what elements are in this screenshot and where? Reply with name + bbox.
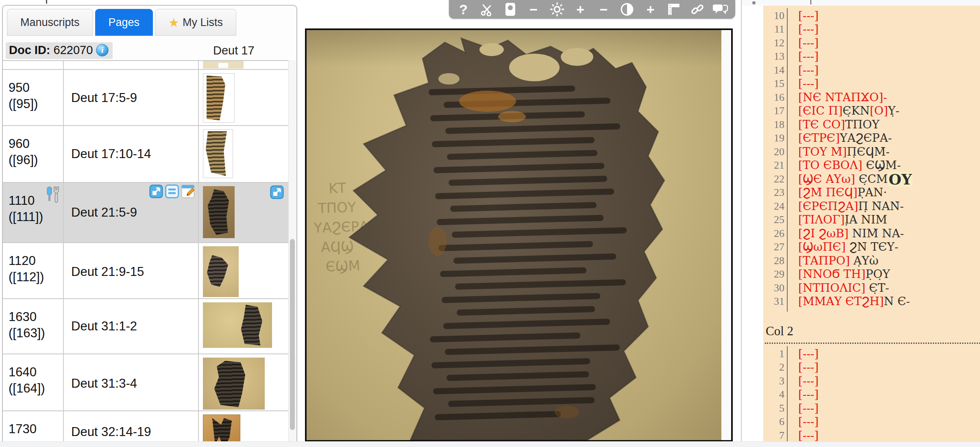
brightness-icon[interactable] xyxy=(548,1,566,17)
plus-icon[interactable]: + xyxy=(642,1,660,17)
coptic-token[interactable]: ΝΙΜ̀ ΝΑ- xyxy=(849,228,904,239)
coptic-token[interactable]: [ΤΑΠΡΟ] xyxy=(798,255,850,267)
coptic-token[interactable]: [ЄΡЄΠϨΑ] xyxy=(798,201,858,212)
comments-icon[interactable] xyxy=(712,1,730,17)
page-thumbnail[interactable] xyxy=(203,358,265,410)
coptic-token[interactable]: [---] xyxy=(798,416,819,427)
page-number-cell: 950([95]) xyxy=(3,70,64,126)
scrollbar-thumb[interactable] xyxy=(290,239,295,430)
coptic-token[interactable]: [---] xyxy=(798,51,819,62)
coptic-token[interactable]: [---] xyxy=(798,362,819,373)
coptic-token[interactable]: [---] xyxy=(798,78,819,89)
help-icon[interactable]: ? xyxy=(455,1,473,17)
info-icon[interactable]: i xyxy=(96,44,109,56)
table-row-page-1630[interactable]: 1630([163])Deut 31:1-2 xyxy=(3,299,289,354)
page-thumbnail[interactable] xyxy=(203,73,235,123)
coptic-token[interactable]: [---] xyxy=(798,403,819,414)
coptic-token[interactable]: [---] xyxy=(798,37,819,49)
edit-icon[interactable] xyxy=(181,184,195,202)
page-number-cell: 1120([112]) xyxy=(3,243,64,300)
coptic-token[interactable]: Ρ̣Ο̣Υ xyxy=(865,269,890,280)
coptic-token[interactable]: [---] xyxy=(798,10,819,22)
coptic-token[interactable]: [ΝЄ ΝΤΑΠϪΟ]- xyxy=(798,92,887,103)
coptic-token[interactable]: [ΜΜΑΥ ЄΤϨΗ] xyxy=(798,296,884,307)
external-link-icon[interactable] xyxy=(270,185,284,201)
sidebar-scrollbar xyxy=(288,60,296,447)
coptic-token[interactable]: Υ̣- xyxy=(888,105,899,117)
coptic-token[interactable]: [---] xyxy=(798,430,819,441)
coptic-token[interactable]: Ι̣Α ΝΙΜ xyxy=(845,214,887,226)
link-icon[interactable] xyxy=(688,1,706,17)
coptic-token[interactable]: [ΝΤΠΟΛΙϹ] xyxy=(798,282,865,294)
line-number: 15 xyxy=(763,78,784,90)
manuscript-photo[interactable]: ΚΤ ΤΠΟΥ ΥΑϨЄΡΑ ΑϤϢ ЄϢΜ xyxy=(305,28,733,442)
coptic-token[interactable]: Є̣ΚΝ xyxy=(843,105,870,117)
coptic-token[interactable]: Ρ̣ΑΝ· xyxy=(858,187,887,198)
coptic-token[interactable]: [ΤΟΥ Μ̄] xyxy=(798,146,847,158)
transcription-line: 16[ΝЄ ΝΤΑΠϪΟ]- xyxy=(798,91,980,104)
minus-icon[interactable]: − xyxy=(595,1,613,17)
page-number-alt: ([95]) xyxy=(9,97,38,111)
coptic-token[interactable]: [ϨΙ ϨωΒ] xyxy=(798,228,849,239)
tag-icon[interactable] xyxy=(501,1,519,17)
line-number: 23 xyxy=(763,187,784,199)
coptic-token[interactable]: [ϢωΠЄ] xyxy=(798,241,846,253)
page-thumbnail[interactable] xyxy=(203,129,233,178)
coptic-token[interactable]: Є̣Τ- xyxy=(865,282,889,294)
page-thumbnail[interactable] xyxy=(203,186,235,238)
coptic-token[interactable]: [ЄΙϹ Π] xyxy=(798,105,843,117)
coptic-token[interactable]: [---] xyxy=(798,348,819,360)
coptic-token[interactable]: [---] xyxy=(798,65,819,76)
coptic-token[interactable]: [Ν̄ΝΟϬ ΤΗ] xyxy=(798,269,865,280)
coptic-token[interactable]: [ϨΜ̄ ΠЄϤ] xyxy=(798,187,858,198)
page-thumbnail[interactable] xyxy=(203,302,272,348)
transcription-panel: 10[---]11[---]12[---]13[---]14[---]15[--… xyxy=(763,6,980,441)
ruler-icon[interactable] xyxy=(665,1,683,17)
minus-icon[interactable]: − xyxy=(525,1,542,17)
tab-pages[interactable]: Pages xyxy=(95,9,153,36)
coptic-token[interactable]: Π̣ЄϤΜ̄- xyxy=(847,146,890,158)
line-number: 5 xyxy=(763,402,784,414)
page-number-cell: 960([96]) xyxy=(3,126,64,182)
coptic-token[interactable]: [---] xyxy=(798,389,819,400)
coptic-token[interactable]: [ϢЄ ΑΥω] xyxy=(798,174,855,185)
coptic-token[interactable]: ΥΑϨЄΡΑ- xyxy=(840,132,892,144)
coptic-token[interactable]: ΤΠΟΥ xyxy=(845,119,880,130)
table-row-page-950[interactable]: 950([95])Deut 17:5-9 xyxy=(3,70,289,126)
line-number: 17 xyxy=(763,105,784,117)
thumbnail-partial[interactable] xyxy=(203,61,244,69)
table-row-page-960[interactable]: 960([96])Deut 17:10-14 xyxy=(3,126,289,183)
coptic-token[interactable]: [---] xyxy=(798,24,819,35)
coptic-token[interactable]: Є̣ϹΜ xyxy=(855,174,888,185)
highlighted-token[interactable]: ΟΥ xyxy=(888,172,912,187)
coptic-token[interactable]: [ΤΟ ЄΒΟΛ] xyxy=(798,160,862,171)
page-thumbnail[interactable] xyxy=(203,246,239,297)
doc-id-value: 622070 xyxy=(54,43,93,57)
transcription-line: 15[---] xyxy=(798,77,980,91)
coptic-token[interactable]: Α̣Υὼ xyxy=(850,255,878,267)
coptic-token[interactable]: [---] xyxy=(798,375,819,387)
coptic-token[interactable]: ЄϢ̄Μ- xyxy=(862,160,901,171)
line-number: 18 xyxy=(763,119,784,131)
sidebar-tabs: Manuscripts Pages ★My Lists xyxy=(7,9,236,36)
tools-icon[interactable] xyxy=(45,185,61,208)
coptic-token[interactable]: Π̣ Ν̄ΑΝ̀- xyxy=(858,201,904,212)
coptic-token[interactable]: ϨΝ̄ ΤЄΥ- xyxy=(846,241,899,253)
coptic-token[interactable]: Ν Є- xyxy=(884,296,910,307)
coptic-token[interactable]: [ЄΤΡЄ] xyxy=(798,132,840,144)
coptic-token[interactable]: [ΤΙΛΟΓ] xyxy=(798,214,845,226)
coptic-token[interactable]: [ΤЄ ϹΟ] xyxy=(798,119,845,130)
tab-manuscripts[interactable]: Manuscripts xyxy=(7,9,93,36)
plus-icon[interactable]: + xyxy=(571,1,589,17)
table-row-page-1120[interactable]: 1120([112])Deut 21:9-15 xyxy=(3,243,289,299)
scissors-icon[interactable] xyxy=(478,1,496,17)
external-link-icon[interactable] xyxy=(149,184,163,202)
tab-my-lists[interactable]: ★My Lists xyxy=(155,9,236,36)
line-number: 13 xyxy=(763,50,784,63)
line-number: 4 xyxy=(763,388,784,401)
list-icon[interactable] xyxy=(165,184,179,202)
coptic-token[interactable]: [Ο] xyxy=(870,105,888,117)
contrast-icon[interactable] xyxy=(618,1,636,17)
table-row-page-1640[interactable]: 1640([164])Deut 31:3-4 xyxy=(3,354,289,411)
table-row-page-1110[interactable]: 1110([111])Deut 21:5-9 xyxy=(3,183,289,243)
